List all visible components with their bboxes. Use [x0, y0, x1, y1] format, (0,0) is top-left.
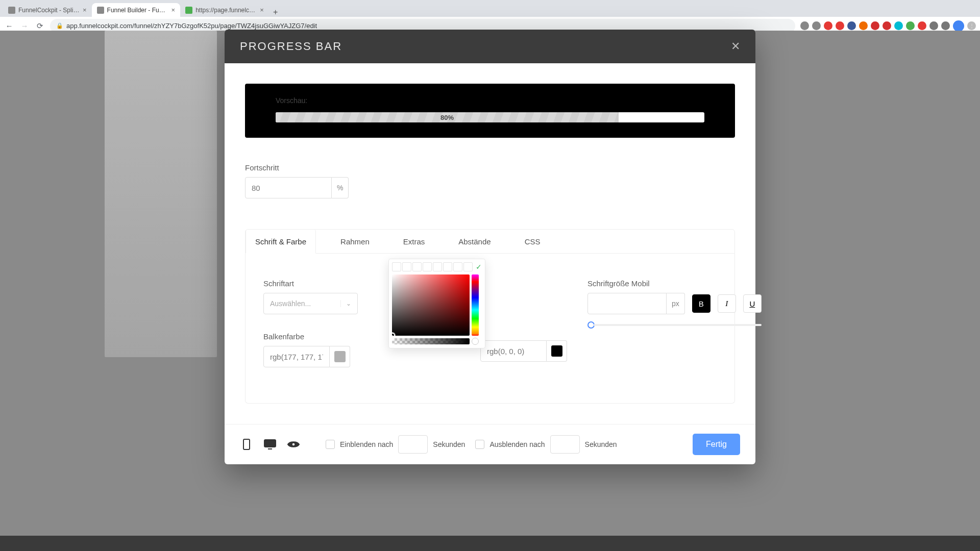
balkenfarbe-input-group: [263, 346, 358, 367]
close-icon[interactable]: ✕: [731, 40, 740, 53]
tab-rahmen[interactable]: Rahmen: [331, 230, 379, 253]
alpha-row: [392, 338, 482, 345]
favicon: [185, 7, 192, 14]
einblenden-row: Einblenden nach Sekunden: [326, 435, 465, 454]
svg-rect-0: [243, 439, 250, 449]
mobile-view-icon[interactable]: [240, 438, 253, 451]
percent-addon: %: [332, 177, 349, 198]
extension-icon[interactable]: [859, 21, 868, 30]
fortschritt-input[interactable]: [245, 177, 332, 198]
balkenfarbe-swatch[interactable]: [330, 346, 350, 367]
tab-abstaende[interactable]: Abstände: [449, 230, 500, 253]
textfarbe-input[interactable]: [480, 340, 547, 362]
ausblenden-seconds-input[interactable]: [550, 435, 580, 454]
svg-point-2: [292, 443, 296, 446]
tab-schrift-farbe[interactable]: Schrift & Farbe: [246, 230, 316, 254]
preset-swatch[interactable]: [463, 262, 473, 271]
fontsize-input-group: px: [587, 293, 685, 314]
saturation-value-area[interactable]: [392, 274, 470, 336]
hue-slider[interactable]: [472, 274, 479, 336]
tab-content: Schriftart Auswählen... ⌄ Balkenfarbe: [245, 254, 735, 404]
close-icon[interactable]: ×: [172, 6, 176, 14]
check-icon[interactable]: ✓: [476, 263, 482, 271]
browser-tab[interactable]: FunnelCockpit - Splittests, Ma ×: [3, 3, 92, 17]
extension-icon[interactable]: [929, 21, 938, 30]
col-schriftart: Schriftart Auswählen... ⌄ Balkenfarbe: [263, 279, 358, 367]
modal-title: PROGRESS BAR: [240, 40, 342, 53]
col-fontsize-mobile: Schriftgröße Mobil px B I U: [587, 279, 762, 329]
back-button[interactable]: ←: [4, 21, 14, 30]
textfarbe-swatch[interactable]: [547, 340, 567, 362]
color-presets: ✓: [392, 262, 482, 271]
schriftart-select[interactable]: Auswählen... ⌄: [263, 293, 358, 314]
einblenden-checkbox[interactable]: [326, 440, 335, 449]
preset-swatch[interactable]: [433, 262, 442, 271]
progress-fill: 80%: [276, 112, 619, 122]
einblenden-label: Einblenden nach: [340, 440, 393, 448]
modal-footer: Einblenden nach Sekunden Ausblenden nach…: [225, 424, 755, 464]
extension-icons: ⋮: [800, 20, 976, 32]
tab-title: Funnel Builder - FunnelCockpit: [107, 7, 168, 14]
extension-icon[interactable]: [824, 21, 832, 30]
preset-swatch[interactable]: [402, 262, 411, 271]
select-placeholder: Auswählen...: [270, 299, 311, 308]
tab-title: https://page.funnelcockpit.co: [195, 7, 257, 14]
fontsize-mobile-input[interactable]: [587, 293, 667, 314]
browser-tab[interactable]: https://page.funnelcockpit.co ×: [180, 3, 269, 17]
preset-swatch[interactable]: [453, 262, 462, 271]
fertig-button[interactable]: Fertig: [693, 434, 740, 455]
fontsize-mobile-label: Schriftgröße Mobil: [587, 279, 762, 288]
browser-tab[interactable]: Funnel Builder - FunnelCockpit ×: [92, 3, 181, 17]
balkenfarbe-input[interactable]: [263, 346, 330, 367]
forward-button[interactable]: →: [19, 21, 30, 30]
fortschritt-section: Fortschritt %: [245, 163, 735, 198]
extension-icon[interactable]: [847, 21, 856, 30]
extension-icon[interactable]: [800, 21, 809, 30]
preset-swatch[interactable]: [423, 262, 432, 271]
extension-icon[interactable]: [836, 21, 844, 30]
modal-header: PROGRESS BAR ✕: [225, 30, 755, 63]
extension-icon[interactable]: [894, 21, 903, 30]
sv-handle[interactable]: [392, 333, 395, 336]
color-picker[interactable]: ✓: [388, 259, 485, 348]
reload-button[interactable]: ⟳: [35, 21, 45, 31]
extension-icon[interactable]: [906, 21, 915, 30]
preset-swatch[interactable]: [392, 262, 401, 271]
tab-css[interactable]: CSS: [516, 230, 550, 253]
url-text: app.funnelcockpit.com/funnel/zhYZY7bGzgo…: [66, 22, 317, 30]
extension-icon[interactable]: [883, 21, 891, 30]
lock-icon: 🔒: [56, 22, 63, 29]
preset-swatch[interactable]: [443, 262, 452, 271]
bold-button[interactable]: B: [692, 294, 710, 313]
favicon: [97, 7, 104, 14]
ausblenden-checkbox[interactable]: [475, 440, 484, 449]
italic-button[interactable]: I: [718, 294, 736, 313]
close-icon[interactable]: ×: [260, 6, 264, 14]
progress-bar-modal: PROGRESS BAR ✕ Vorschau: 80% Fortschritt…: [225, 30, 755, 464]
preview-label: Vorschau:: [276, 96, 704, 105]
fontsize-slider[interactable]: [587, 321, 762, 329]
modal-body: Vorschau: 80% Fortschritt % Schrift & Fa…: [225, 63, 755, 424]
sekunden-label: Sekunden: [585, 440, 617, 448]
profile-avatar[interactable]: [953, 20, 964, 32]
svg-rect-1: [264, 440, 276, 447]
menu-icon[interactable]: ⋮: [967, 21, 976, 30]
alpha-slider[interactable]: [392, 338, 470, 344]
extension-icon[interactable]: [941, 21, 950, 30]
underline-button[interactable]: U: [743, 294, 762, 313]
extension-icon[interactable]: [871, 21, 879, 30]
preview-icon[interactable]: [287, 438, 300, 451]
favicon: [8, 7, 15, 14]
background-footer: [0, 536, 980, 551]
extension-icon[interactable]: [918, 21, 926, 30]
extension-icon[interactable]: [812, 21, 821, 30]
desktop-view-icon[interactable]: [263, 438, 277, 451]
tab-extras[interactable]: Extras: [394, 230, 434, 253]
close-icon[interactable]: ×: [83, 6, 87, 14]
new-tab-button[interactable]: +: [269, 8, 282, 17]
ausblenden-row: Ausblenden nach Sekunden: [475, 435, 617, 454]
sekunden-label: Sekunden: [433, 440, 465, 448]
preview-box: Vorschau: 80%: [245, 84, 735, 138]
preset-swatch[interactable]: [412, 262, 422, 271]
einblenden-seconds-input[interactable]: [398, 435, 428, 454]
